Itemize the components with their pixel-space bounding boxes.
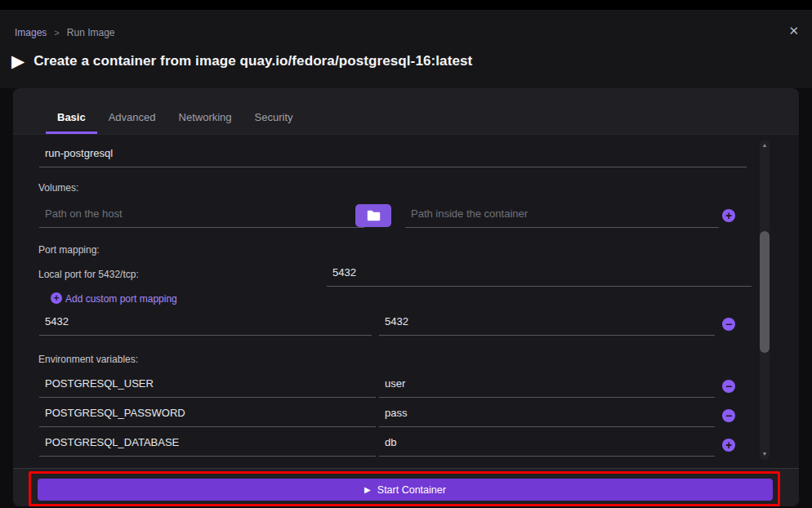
env-name-input-3[interactable] <box>39 432 376 457</box>
page-header: Images > Run Image ✕ ▶ Create a containe… <box>0 10 812 88</box>
form-scroll-area: Volumes: + Port mapping: Local port for … <box>13 135 799 468</box>
folder-icon <box>367 210 381 221</box>
add-custom-port-icon[interactable]: + <box>51 292 62 304</box>
titlebar <box>0 0 812 10</box>
title-row: ▶ Create a container from image quay.io/… <box>11 52 472 69</box>
remove-env-row-icon-2[interactable]: − <box>722 409 735 422</box>
run-image-play-icon: ▶ <box>11 52 25 69</box>
close-icon[interactable]: ✕ <box>788 25 799 37</box>
scrollbar-up-icon[interactable]: ▲ <box>760 140 770 151</box>
start-container-label: Start Container <box>377 484 446 496</box>
env-value-input-2[interactable] <box>379 403 715 427</box>
env-variables-label: Environment variables: <box>38 354 138 365</box>
remove-custom-port-icon[interactable]: − <box>722 318 735 331</box>
container-name-input[interactable] <box>39 143 747 167</box>
tab-networking[interactable]: Networking <box>167 111 243 134</box>
host-path-input[interactable] <box>39 203 364 228</box>
local-port-label: Local port for 5432/tcp: <box>38 269 139 280</box>
tab-basic[interactable]: Basic <box>46 111 97 134</box>
env-value-input-3[interactable] <box>379 432 715 457</box>
add-custom-port-link[interactable]: Add custom port mapping <box>65 293 177 305</box>
local-port-input[interactable] <box>327 262 752 287</box>
scrollbar-down-icon[interactable]: ▼ <box>760 448 770 460</box>
env-value-input-1[interactable] <box>379 373 715 398</box>
podman-desktop-window: Images > Run Image ✕ ▶ Create a containe… <box>0 0 812 508</box>
remove-env-row-icon-1[interactable]: − <box>722 380 735 393</box>
custom-port-host-input[interactable] <box>39 311 372 336</box>
add-env-row-icon[interactable]: + <box>722 439 735 452</box>
tab-advanced[interactable]: Advanced <box>97 111 167 134</box>
add-volume-icon[interactable]: + <box>722 209 735 222</box>
env-name-input-2[interactable] <box>39 403 376 427</box>
breadcrumb-separator: > <box>54 28 59 38</box>
footer-bar: ▶ Start Container <box>13 468 799 506</box>
start-container-button[interactable]: ▶ Start Container <box>38 479 773 501</box>
custom-port-container-input[interactable] <box>379 311 715 336</box>
start-play-icon: ▶ <box>364 486 371 494</box>
breadcrumb-current: Run Image <box>67 27 115 38</box>
page-title: Create a container from image quay.io/fe… <box>33 53 472 69</box>
breadcrumb-images-link[interactable]: Images <box>15 27 47 38</box>
port-mapping-label: Port mapping: <box>38 244 100 256</box>
volumes-label: Volumes: <box>38 182 78 194</box>
breadcrumb: Images > Run Image <box>15 27 115 38</box>
tab-bar: Basic Advanced Networking Security <box>13 88 799 135</box>
scrollbar-thumb[interactable] <box>760 231 770 353</box>
container-path-input[interactable] <box>405 203 719 228</box>
run-image-form-card: Basic Advanced Networking Security Volum… <box>13 88 799 506</box>
scrollbar[interactable]: ▲ ▼ <box>760 140 770 460</box>
tab-security[interactable]: Security <box>243 111 305 134</box>
env-name-input-1[interactable] <box>39 373 376 398</box>
browse-folder-button[interactable] <box>355 204 391 227</box>
